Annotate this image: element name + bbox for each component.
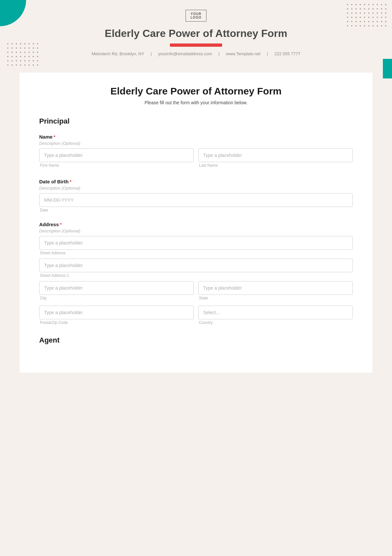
city-input[interactable] xyxy=(39,281,194,295)
city-state-row: City State xyxy=(39,281,353,302)
agent-section: Agent xyxy=(39,336,353,346)
header-phone: 222 555 7777 xyxy=(274,51,301,56)
postal-input[interactable] xyxy=(39,306,194,319)
street-address2-input[interactable] xyxy=(39,259,353,272)
first-name-sublabel: First Name xyxy=(39,163,194,168)
name-input-row: First Name Last Name xyxy=(39,148,353,170)
country-wrap: Country xyxy=(198,306,353,325)
address-field-group: Address* Description (Optional) Street A… xyxy=(39,222,353,327)
dob-input[interactable] xyxy=(39,193,353,207)
name-required-star: * xyxy=(54,134,56,140)
country-sublabel: Country xyxy=(198,320,353,325)
name-label: Name* xyxy=(39,134,353,140)
principal-section: Principal Name* Description (Optional) F… xyxy=(39,117,353,327)
agent-section-title: Agent xyxy=(39,336,353,346)
accent-bar xyxy=(170,43,222,47)
last-name-input[interactable] xyxy=(198,148,353,162)
logo: YOUR LOGO xyxy=(186,10,206,22)
last-name-wrap: Last Name xyxy=(198,148,353,168)
name-description: Description (Optional) xyxy=(39,141,353,146)
first-name-wrap: First Name xyxy=(39,148,194,168)
dob-label: Date of Birth* xyxy=(39,179,353,184)
form-main-title: Elderly Care Power of Attorney Form xyxy=(39,86,353,97)
principal-section-title: Principal xyxy=(39,117,353,127)
first-name-input[interactable] xyxy=(39,148,194,162)
name-field-group: Name* Description (Optional) First Name … xyxy=(39,134,353,170)
form-subtitle: Please fill out the form with your infor… xyxy=(39,100,353,105)
dob-sublabel: Date xyxy=(39,208,353,212)
postal-country-row: Postal/Zip Code Country xyxy=(39,306,353,327)
state-sublabel: State xyxy=(198,296,353,300)
header-contact-info: Metrotech Rd, Brooklyn, NY | yourinfo@em… xyxy=(20,51,372,56)
dob-description: Description (Optional) xyxy=(39,186,353,191)
address-label: Address* xyxy=(39,222,353,227)
header-title: Elderly Care Power of Attorney Form xyxy=(20,27,372,40)
street-address2-wrap: Street Address 2 xyxy=(39,259,353,278)
form-container: Elderly Care Power of Attorney Form Plea… xyxy=(20,73,372,373)
header-email: yourinfo@emailaddress.com xyxy=(158,51,212,56)
city-wrap: City xyxy=(39,281,194,300)
street-address2-sublabel: Street Address 2 xyxy=(39,273,353,278)
country-select[interactable] xyxy=(198,306,353,319)
dob-input-wrap: Date xyxy=(39,193,353,212)
dob-field-group: Date of Birth* Description (Optional) Da… xyxy=(39,179,353,212)
street-address-sublabel: Street Address xyxy=(39,251,353,255)
city-sublabel: City xyxy=(39,296,194,300)
postal-wrap: Postal/Zip Code xyxy=(39,306,194,325)
postal-sublabel: Postal/Zip Code xyxy=(39,320,194,325)
street-address-input[interactable] xyxy=(39,236,353,250)
header-address: Metrotech Rd, Brooklyn, NY xyxy=(91,51,144,56)
dob-required-star: * xyxy=(70,179,72,184)
state-wrap: State xyxy=(198,281,353,300)
header-website: www.Template.net xyxy=(226,51,261,56)
address-description: Description (Optional) xyxy=(39,228,353,233)
page-header: YOUR LOGO Elderly Care Power of Attorney… xyxy=(0,0,392,63)
state-input[interactable] xyxy=(198,281,353,295)
street-address-wrap: Street Address xyxy=(39,236,353,255)
last-name-sublabel: Last Name xyxy=(198,163,353,168)
address-required-star: * xyxy=(60,222,62,227)
